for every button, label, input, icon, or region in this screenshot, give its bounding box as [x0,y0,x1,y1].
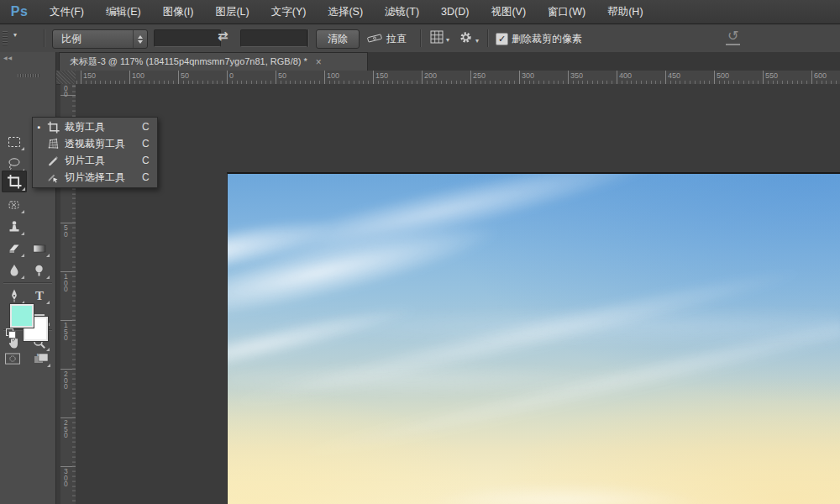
low-clouds [228,174,840,504]
hruler-label: 450 [668,71,680,80]
menu-item-3d[interactable]: 3D(D) [430,1,480,24]
menu-item-type[interactable]: 文字(Y) [260,1,318,24]
crop-icon [45,121,61,134]
crop-overlay-grid-icon[interactable]: ▾ [430,30,449,44]
delete-cropped-pixels-label: 删除裁剪的像素 [512,32,582,46]
hruler-label: 0 [229,71,234,80]
vruler-label: 100 [64,84,69,98]
straighten-label[interactable]: 拉直 [386,32,407,46]
tool-rectangular-marquee[interactable] [3,132,26,152]
photoshop-window: Ps 文件(F)编辑(E)图像(I)图层(L)文字(Y)选择(S)滤镜(T)3D… [0,0,840,504]
flyout-item-slice-select-tool[interactable]: 切片选择工具 C [33,169,157,186]
options-bar: ▾ 比例 ⇄ 清除 拉直 ▾ ▾ ✓ 删除裁剪的像素 ↺ [0,24,840,53]
clear-button[interactable]: 清除 [316,29,360,49]
select-up-down-icon [133,30,147,48]
tool-healing-patch[interactable] [3,195,26,215]
quick-mask-button[interactable] [2,349,24,369]
active-tool-bullet: ■ [33,124,45,129]
tool-pen[interactable] [3,286,26,306]
document-tab-bar: 未标题-3 @ 117% (184115p4qnmsmn7ygo7n81, RG… [55,52,840,71]
crop-settings-gear-icon[interactable]: ▾ [459,30,479,45]
menu-item-layer[interactable]: 图层(L) [204,1,260,24]
hruler-label: 350 [570,71,583,80]
vruler-label: 200 [64,371,69,391]
hruler-label: 100 [132,71,144,80]
menu-item-edit[interactable]: 编辑(E) [95,1,152,24]
aspect-ratio-value: 比例 [53,32,133,46]
flyout-item-slice-tool[interactable]: 切片工具 C [33,152,157,169]
flyout-item-label: 裁剪工具 [61,120,142,134]
canvas-sky-image[interactable] [227,172,840,504]
menu-item-file[interactable]: 文件(F) [39,1,95,24]
divider [420,29,422,47]
vruler-label: 250 [64,420,69,439]
tool-eraser[interactable] [3,239,26,259]
check-icon: ✓ [498,34,506,44]
flyout-item-shortcut: C [142,171,157,183]
foreground-color-swatch[interactable] [10,304,34,328]
aspect-ratio-select[interactable]: 比例 [52,29,148,49]
pasteboard [76,84,840,504]
cirrus-clouds [227,172,840,504]
vruler-label: 300 [64,469,69,488]
crop-height-field[interactable] [240,29,307,47]
menu-item-image[interactable]: 图像(I) [152,1,205,24]
close-icon[interactable]: × [316,58,322,66]
menu-item-select[interactable]: 选择(S) [317,1,374,24]
screen-mode-button[interactable] [30,349,52,369]
hruler-label: 50 [181,71,189,80]
menu-item-filter[interactable]: 滤镜(T) [374,1,430,24]
panel-grip-handle[interactable] [18,74,39,77]
reset-icon[interactable]: ↺ [726,28,740,45]
hruler-label: 500 [717,71,729,80]
hruler-label: 200 [424,71,437,80]
crop-tool-preset-icon[interactable]: ▾ [11,31,17,39]
ps-logo: Ps [0,4,39,19]
vruler-label: 100 [64,274,69,293]
hruler-label: 550 [765,71,778,80]
tool-clone-stamp[interactable] [3,217,26,237]
document-tab-title: 未标题-3 @ 117% (184115p4qnmsmn7ygo7n81, RG… [70,55,307,68]
straighten-icon[interactable] [367,33,382,44]
hruler-label: 100 [327,71,339,80]
menu-item-help[interactable]: 帮助(H) [596,1,654,24]
tool-gradient[interactable] [28,239,51,259]
divider [307,29,309,47]
tool-crop[interactable] [2,171,27,192]
tool-dodge[interactable] [28,260,51,281]
flyout-item-label: 切片选择工具 [61,171,142,185]
crop-tool-flyout-menu: ■ 裁剪工具 C 透视裁剪工具 C 切片工具 C 切片选择工具 C [32,117,158,188]
hruler-label: 400 [619,71,632,80]
crop-width-field[interactable] [154,29,221,47]
hruler-label: 150 [375,71,388,80]
flyout-item-shortcut: C [142,155,157,166]
tool-blur[interactable] [3,260,26,281]
collapse-panel-icon[interactable]: ◀◀ [3,55,13,60]
chevron-down-icon: ▾ [446,36,449,44]
horizontal-ruler[interactable]: 1501005005010015020025030035040045050055… [76,71,840,85]
menu-items: 文件(F)编辑(E)图像(I)图层(L)文字(Y)选择(S)滤镜(T)3D(D)… [39,1,654,24]
type-tool-icon: T [35,289,44,303]
ruler-origin-corner [55,71,76,85]
hruler-label: 250 [473,71,486,80]
divider [3,282,52,284]
flyout-item-perspective-crop-tool[interactable]: 透视裁剪工具 C [33,135,157,152]
hruler-label: 50 [278,71,286,80]
menu-item-view[interactable]: 视图(V) [480,1,537,24]
hruler-label: 300 [522,71,534,80]
menu-item-window[interactable]: 窗口(W) [537,1,596,24]
perspective-crop-icon [45,138,61,150]
delete-cropped-pixels-checkbox[interactable]: ✓ [496,33,508,45]
swap-width-height-icon[interactable]: ⇄ [218,29,228,44]
slice-icon [45,155,61,167]
tool-type[interactable]: T [28,286,51,306]
hruler-label: 150 [83,71,96,80]
menu-bar: Ps 文件(F)编辑(E)图像(I)图层(L)文字(Y)选择(S)滤镜(T)3D… [0,0,840,24]
document-tab[interactable]: 未标题-3 @ 117% (184115p4qnmsmn7ygo7n81, RG… [59,52,368,71]
flyout-item-label: 切片工具 [61,154,142,168]
options-grip-handle[interactable] [3,31,8,46]
default-colors-icon[interactable] [6,328,16,339]
flyout-item-label: 透视裁剪工具 [61,137,142,151]
flyout-item-crop-tool[interactable]: ■ 裁剪工具 C [33,118,157,135]
divider [44,29,45,47]
